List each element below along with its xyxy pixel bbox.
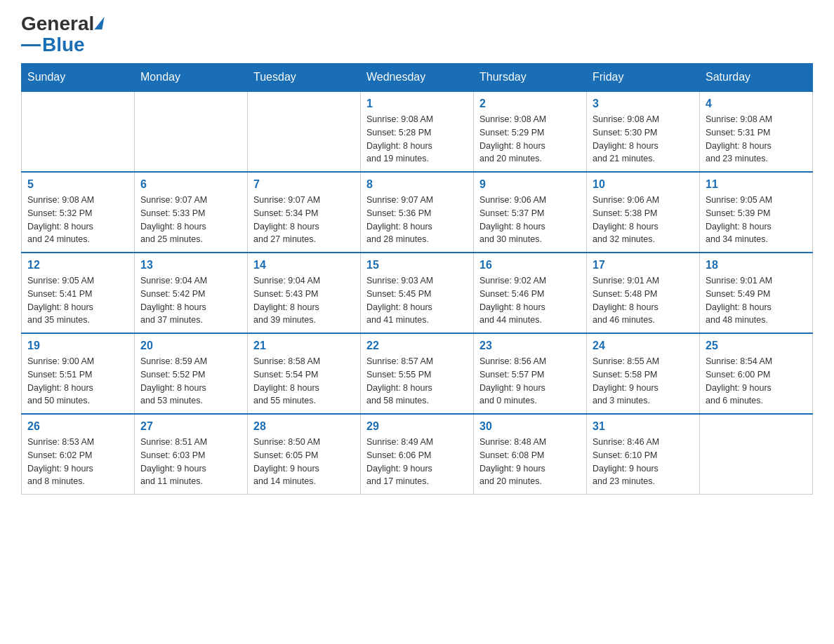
calendar-cell: 8Sunrise: 9:07 AMSunset: 5:36 PMDaylight… bbox=[361, 172, 474, 253]
day-number: 24 bbox=[593, 340, 694, 352]
day-number: 27 bbox=[140, 420, 241, 433]
day-number: 14 bbox=[253, 259, 355, 271]
calendar-day-header: Tuesday bbox=[248, 64, 361, 92]
day-number: 26 bbox=[27, 420, 128, 433]
calendar-cell: 4Sunrise: 9:08 AMSunset: 5:31 PMDaylight… bbox=[700, 91, 813, 172]
logo-blue-part: Blue bbox=[42, 34, 85, 56]
calendar-header-row: SundayMondayTuesdayWednesdayThursdayFrid… bbox=[22, 64, 813, 92]
day-info: Sunrise: 9:07 AMSunset: 5:36 PMDaylight:… bbox=[366, 194, 468, 246]
logo-flag-icon bbox=[95, 17, 105, 29]
day-info: Sunrise: 8:57 AMSunset: 5:55 PMDaylight:… bbox=[366, 355, 468, 408]
day-info: Sunrise: 9:02 AMSunset: 5:46 PMDaylight:… bbox=[479, 274, 581, 327]
calendar-cell: 25Sunrise: 8:54 AMSunset: 6:00 PMDayligh… bbox=[700, 333, 813, 414]
day-info: Sunrise: 9:05 AMSunset: 5:41 PMDaylight:… bbox=[27, 274, 128, 327]
calendar-week-row: 1Sunrise: 9:08 AMSunset: 5:28 PMDaylight… bbox=[22, 91, 813, 172]
calendar-week-row: 19Sunrise: 9:00 AMSunset: 5:51 PMDayligh… bbox=[22, 333, 813, 414]
day-number: 4 bbox=[706, 98, 807, 110]
day-info: Sunrise: 9:00 AMSunset: 5:51 PMDaylight:… bbox=[27, 355, 128, 408]
day-number: 23 bbox=[479, 340, 581, 352]
day-info: Sunrise: 9:07 AMSunset: 5:33 PMDaylight:… bbox=[140, 194, 241, 246]
day-number: 10 bbox=[593, 178, 694, 191]
calendar-cell: 10Sunrise: 9:06 AMSunset: 5:38 PMDayligh… bbox=[587, 172, 700, 253]
calendar-cell bbox=[248, 91, 361, 172]
calendar-cell: 16Sunrise: 9:02 AMSunset: 5:46 PMDayligh… bbox=[474, 253, 587, 333]
calendar-day-header: Wednesday bbox=[361, 64, 474, 92]
calendar-cell: 12Sunrise: 9:05 AMSunset: 5:41 PMDayligh… bbox=[22, 253, 135, 333]
calendar-cell: 9Sunrise: 9:06 AMSunset: 5:37 PMDaylight… bbox=[474, 172, 587, 253]
day-number: 5 bbox=[27, 178, 128, 191]
calendar-cell: 5Sunrise: 9:08 AMSunset: 5:32 PMDaylight… bbox=[22, 172, 135, 253]
day-number: 17 bbox=[593, 259, 694, 271]
day-number: 9 bbox=[479, 178, 581, 191]
logo-underline bbox=[21, 44, 41, 46]
calendar-cell: 17Sunrise: 9:01 AMSunset: 5:48 PMDayligh… bbox=[587, 253, 700, 333]
calendar-week-row: 5Sunrise: 9:08 AMSunset: 5:32 PMDaylight… bbox=[22, 172, 813, 253]
day-number: 1 bbox=[366, 98, 468, 110]
day-info: Sunrise: 9:08 AMSunset: 5:31 PMDaylight:… bbox=[706, 113, 807, 166]
calendar-cell: 2Sunrise: 9:08 AMSunset: 5:29 PMDaylight… bbox=[474, 91, 587, 172]
logo-general-part: General bbox=[21, 14, 94, 34]
day-number: 18 bbox=[706, 259, 807, 271]
day-number: 30 bbox=[479, 420, 581, 433]
day-number: 3 bbox=[593, 98, 694, 110]
day-number: 25 bbox=[706, 340, 807, 352]
calendar-cell: 3Sunrise: 9:08 AMSunset: 5:30 PMDaylight… bbox=[587, 91, 700, 172]
day-info: Sunrise: 8:55 AMSunset: 5:58 PMDaylight:… bbox=[593, 355, 694, 408]
day-number: 13 bbox=[140, 259, 241, 271]
day-number: 20 bbox=[140, 340, 241, 352]
day-number: 19 bbox=[27, 340, 128, 352]
day-info: Sunrise: 8:56 AMSunset: 5:57 PMDaylight:… bbox=[479, 355, 581, 408]
calendar-cell: 28Sunrise: 8:50 AMSunset: 6:05 PMDayligh… bbox=[248, 414, 361, 495]
calendar-cell: 14Sunrise: 9:04 AMSunset: 5:43 PMDayligh… bbox=[248, 253, 361, 333]
day-info: Sunrise: 9:04 AMSunset: 5:42 PMDaylight:… bbox=[140, 274, 241, 327]
day-info: Sunrise: 8:51 AMSunset: 6:03 PMDaylight:… bbox=[140, 436, 241, 488]
day-info: Sunrise: 9:03 AMSunset: 5:45 PMDaylight:… bbox=[366, 274, 468, 327]
day-number: 12 bbox=[27, 259, 128, 271]
calendar-cell: 21Sunrise: 8:58 AMSunset: 5:54 PMDayligh… bbox=[248, 333, 361, 414]
day-info: Sunrise: 8:46 AMSunset: 6:10 PMDaylight:… bbox=[593, 436, 694, 488]
calendar-table: SundayMondayTuesdayWednesdayThursdayFrid… bbox=[21, 63, 813, 495]
calendar-cell: 13Sunrise: 9:04 AMSunset: 5:42 PMDayligh… bbox=[135, 253, 248, 333]
calendar-cell: 27Sunrise: 8:51 AMSunset: 6:03 PMDayligh… bbox=[135, 414, 248, 495]
day-info: Sunrise: 9:06 AMSunset: 5:38 PMDaylight:… bbox=[593, 194, 694, 246]
calendar-cell: 6Sunrise: 9:07 AMSunset: 5:33 PMDaylight… bbox=[135, 172, 248, 253]
day-info: Sunrise: 8:48 AMSunset: 6:08 PMDaylight:… bbox=[479, 436, 581, 488]
day-info: Sunrise: 8:50 AMSunset: 6:05 PMDaylight:… bbox=[253, 436, 355, 488]
logo: General Blue bbox=[21, 14, 103, 56]
day-info: Sunrise: 9:05 AMSunset: 5:39 PMDaylight:… bbox=[706, 194, 807, 246]
calendar-day-header: Friday bbox=[587, 64, 700, 92]
page-header: General Blue bbox=[21, 14, 813, 56]
calendar-day-header: Monday bbox=[135, 64, 248, 92]
calendar-cell bbox=[135, 91, 248, 172]
calendar-cell bbox=[700, 414, 813, 495]
calendar-cell: 23Sunrise: 8:56 AMSunset: 5:57 PMDayligh… bbox=[474, 333, 587, 414]
day-info: Sunrise: 8:59 AMSunset: 5:52 PMDaylight:… bbox=[140, 355, 241, 408]
calendar-cell: 31Sunrise: 8:46 AMSunset: 6:10 PMDayligh… bbox=[587, 414, 700, 495]
day-info: Sunrise: 9:04 AMSunset: 5:43 PMDaylight:… bbox=[253, 274, 355, 327]
calendar-day-header: Saturday bbox=[700, 64, 813, 92]
day-info: Sunrise: 9:06 AMSunset: 5:37 PMDaylight:… bbox=[479, 194, 581, 246]
day-info: Sunrise: 9:01 AMSunset: 5:48 PMDaylight:… bbox=[593, 274, 694, 327]
day-info: Sunrise: 9:01 AMSunset: 5:49 PMDaylight:… bbox=[706, 274, 807, 327]
day-info: Sunrise: 8:53 AMSunset: 6:02 PMDaylight:… bbox=[27, 436, 128, 488]
day-number: 22 bbox=[366, 340, 468, 352]
day-info: Sunrise: 9:08 AMSunset: 5:29 PMDaylight:… bbox=[479, 113, 581, 166]
day-number: 15 bbox=[366, 259, 468, 271]
calendar-week-row: 26Sunrise: 8:53 AMSunset: 6:02 PMDayligh… bbox=[22, 414, 813, 495]
calendar-day-header: Thursday bbox=[474, 64, 587, 92]
day-number: 21 bbox=[253, 340, 355, 352]
calendar-cell bbox=[22, 91, 135, 172]
calendar-cell: 15Sunrise: 9:03 AMSunset: 5:45 PMDayligh… bbox=[361, 253, 474, 333]
day-info: Sunrise: 9:08 AMSunset: 5:30 PMDaylight:… bbox=[593, 113, 694, 166]
calendar-day-header: Sunday bbox=[22, 64, 135, 92]
calendar-cell: 22Sunrise: 8:57 AMSunset: 5:55 PMDayligh… bbox=[361, 333, 474, 414]
calendar-week-row: 12Sunrise: 9:05 AMSunset: 5:41 PMDayligh… bbox=[22, 253, 813, 333]
day-number: 28 bbox=[253, 420, 355, 433]
calendar-cell: 1Sunrise: 9:08 AMSunset: 5:28 PMDaylight… bbox=[361, 91, 474, 172]
day-info: Sunrise: 8:58 AMSunset: 5:54 PMDaylight:… bbox=[253, 355, 355, 408]
day-number: 8 bbox=[366, 178, 468, 191]
day-number: 31 bbox=[593, 420, 694, 433]
calendar-cell: 26Sunrise: 8:53 AMSunset: 6:02 PMDayligh… bbox=[22, 414, 135, 495]
day-number: 11 bbox=[706, 178, 807, 191]
day-info: Sunrise: 9:08 AMSunset: 5:28 PMDaylight:… bbox=[366, 113, 468, 166]
